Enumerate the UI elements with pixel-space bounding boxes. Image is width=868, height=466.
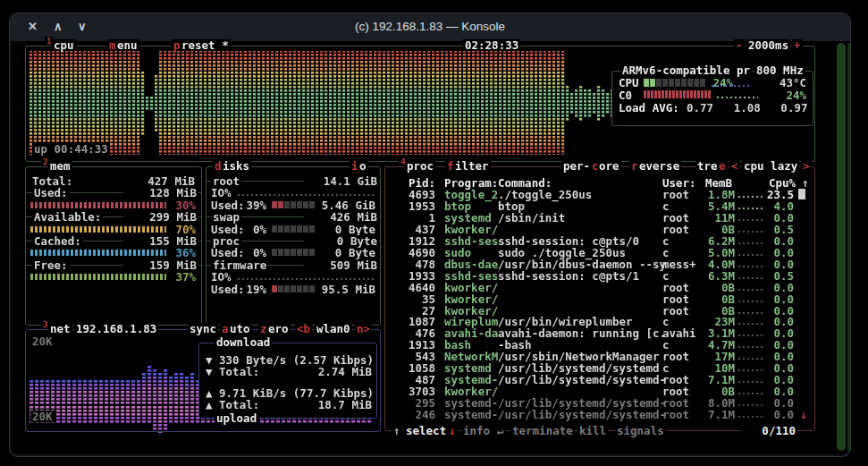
reverse-toggle[interactable]: everse bbox=[637, 160, 681, 172]
net-iface-next-button[interactable]: n> bbox=[355, 323, 372, 335]
mem-usage-meter bbox=[30, 250, 166, 256]
sort-arrow-icon: ↑ bbox=[802, 177, 809, 189]
proc-row-program[interactable]: kworker/ bbox=[444, 282, 498, 293]
proc-row-pid[interactable]: 1953 bbox=[382, 200, 435, 212]
proc-row-cpu[interactable]: 0.0 bbox=[753, 247, 794, 258]
sort-prev-button[interactable]: < bbox=[729, 160, 740, 172]
core0-graph-dots bbox=[717, 97, 758, 98]
proc-row-pid[interactable]: 4640 bbox=[382, 282, 435, 293]
interval-increase-button[interactable]: + bbox=[792, 39, 803, 51]
proc-row-command[interactable]: /sbin/init bbox=[498, 212, 565, 224]
signals-button[interactable]: signals bbox=[615, 425, 666, 436]
proc-row-cpu-graph bbox=[738, 266, 765, 267]
proc-row-pid[interactable]: 1933 bbox=[382, 270, 435, 282]
proc-row-mem[interactable]: 6.3M bbox=[681, 270, 735, 282]
proc-row-command[interactable]: /usr/lib/systemd/systemd- bbox=[498, 409, 666, 420]
proc-row-pid[interactable]: 4690 bbox=[382, 247, 435, 258]
per-core-toggle[interactable]: per- bbox=[561, 160, 592, 172]
interval-decrease-button[interactable]: - bbox=[734, 39, 745, 51]
proc-row-user[interactable]: c bbox=[662, 200, 670, 212]
disk-used-percent: 0% bbox=[240, 224, 266, 235]
proc-row-program[interactable]: kworker/ bbox=[444, 224, 498, 235]
interval-value: 2000ms bbox=[746, 39, 790, 51]
upload-total-value: 18.7 MiB bbox=[300, 399, 372, 411]
proc-row-cpu[interactable]: 0.5 bbox=[753, 270, 794, 282]
proc-row-pid[interactable]: 246 bbox=[382, 409, 435, 420]
mem-total-value: 427 MiB bbox=[123, 175, 195, 187]
disk-size: 14.1 GiB bbox=[304, 175, 379, 187]
proc-row-command[interactable]: sudo ./toggle_250us bbox=[498, 247, 626, 258]
proc-row-cpu[interactable]: 4.0 bbox=[753, 200, 794, 212]
net-sync-toggle[interactable]: sync bbox=[188, 323, 218, 335]
load-avg-values: 0.77 1.08 0.97 bbox=[687, 102, 807, 114]
proc-row-cpu[interactable]: 0.0 bbox=[753, 282, 794, 293]
tree-toggle[interactable]: tre bbox=[695, 160, 720, 172]
mem-row-value: 159 MiB bbox=[123, 259, 198, 271]
load-avg-label: Load AVG: bbox=[619, 102, 679, 114]
proc-row-cpu[interactable]: 0.0 bbox=[753, 212, 794, 224]
proc-row-mem[interactable]: 0B bbox=[681, 224, 735, 235]
proc-row-command[interactable]: sshd-session: c@pts/0 bbox=[498, 235, 639, 247]
proc-row-cpu-graph bbox=[738, 208, 765, 209]
net-zero-toggle[interactable]: ero bbox=[266, 323, 291, 335]
proc-row-pid[interactable]: 35 bbox=[382, 293, 435, 305]
proc-row-mem[interactable]: 11M bbox=[681, 212, 735, 224]
proc-row-cpu[interactable]: 0.0 bbox=[753, 235, 794, 247]
kill-button[interactable]: kill bbox=[577, 425, 608, 436]
proc-row-program[interactable]: sshd-ses bbox=[444, 235, 498, 247]
mem-row-value: 299 MiB bbox=[123, 211, 198, 223]
proc-row-mem[interactable]: 4.0M bbox=[681, 258, 735, 270]
proc-row-program[interactable]: systemd bbox=[444, 212, 492, 224]
proc-row-program[interactable]: dbus-dae bbox=[444, 258, 498, 270]
proc-row-cpu[interactable]: 0.5 bbox=[753, 224, 794, 235]
proc-row-user[interactable]: c bbox=[662, 247, 670, 258]
proc-row-mem[interactable]: 0B bbox=[681, 293, 735, 305]
proc-row-user[interactable]: c bbox=[662, 235, 670, 247]
terminate-button[interactable]: terminate bbox=[510, 425, 575, 436]
proc-row-mem[interactable]: 5.4M bbox=[681, 200, 735, 212]
proc-row-command[interactable]: /usr/bin/dbus-daemon --sy bbox=[498, 258, 666, 270]
proc-row-cpu-graph bbox=[738, 196, 765, 198]
proc-row-program[interactable]: kworker/ bbox=[444, 293, 498, 305]
proc-row-cpu[interactable]: 0.0 bbox=[753, 409, 794, 420]
proc-row-pid[interactable]: 1912 bbox=[382, 235, 435, 247]
proc-row-mem[interactable]: 5.0M bbox=[681, 247, 735, 258]
proc-row-pid[interactable]: 478 bbox=[382, 258, 435, 270]
proc-row-program[interactable]: sshd-ses bbox=[444, 270, 498, 282]
net-auto-toggle[interactable]: uto bbox=[228, 323, 252, 335]
net-iface-prev-button[interactable]: <b bbox=[295, 323, 312, 335]
proc-row-mem[interactable]: 6.2M bbox=[681, 235, 735, 247]
proc-row-command[interactable]: btop bbox=[498, 200, 525, 212]
proc-scroll-down-icon[interactable]: ↓ bbox=[800, 409, 807, 420]
proc-row-pid[interactable]: 1 bbox=[382, 212, 435, 224]
tree-key[interactable]: e bbox=[717, 160, 728, 172]
titlebar[interactable]: ✕ ∧ ∨ (c) 192.168.1.83 — Konsole bbox=[10, 13, 850, 41]
proc-row-mem[interactable]: 7.1M bbox=[681, 409, 735, 420]
terminal-scrollbar[interactable] bbox=[837, 43, 846, 451]
per-core-toggle-rest[interactable]: ore bbox=[597, 160, 621, 172]
proc-row-program[interactable]: systemd- bbox=[444, 409, 498, 420]
select-up-icon[interactable]: ↑ bbox=[392, 425, 402, 436]
proc-row-pid[interactable]: 437 bbox=[382, 224, 435, 235]
preset-button[interactable]: reset * bbox=[180, 39, 231, 51]
proc-row-command[interactable]: sshd-session: c@pts/1 bbox=[498, 270, 639, 282]
filter-button[interactable]: ilter bbox=[453, 160, 491, 172]
proc-row-program[interactable]: btop bbox=[444, 200, 471, 212]
proc-row-cpu[interactable]: 0.0 bbox=[753, 293, 794, 305]
proc-row-cpu[interactable]: 0.0 bbox=[753, 258, 794, 270]
proc-scrollbar-thumb[interactable] bbox=[798, 189, 805, 199]
proc-row-cpu-graph bbox=[738, 219, 765, 221]
proc-row-program[interactable]: sudo bbox=[444, 247, 471, 258]
proc-row-cpu-graph bbox=[738, 242, 765, 244]
menu-button[interactable]: enu bbox=[115, 39, 139, 51]
sort-next-button[interactable]: > bbox=[801, 160, 812, 172]
proc-row-mem[interactable]: 0B bbox=[681, 282, 735, 293]
screen: ✕ ∧ ∨ (c) 192.168.1.83 — Konsole 1 cpu m… bbox=[0, 0, 868, 466]
proc-row-user[interactable]: c bbox=[662, 270, 670, 282]
cpu-model-name: ARMv6-compatible pr bbox=[620, 64, 752, 76]
info-button[interactable]: info ↵ bbox=[461, 425, 505, 436]
proc-row-cpu-graph bbox=[738, 231, 765, 233]
download-total-value: 2.74 MiB bbox=[300, 366, 372, 377]
select-down-icon[interactable]: ↓ bbox=[447, 425, 458, 436]
proc-row-command[interactable]: /usr/lib/systemd/systemd- bbox=[498, 374, 666, 386]
